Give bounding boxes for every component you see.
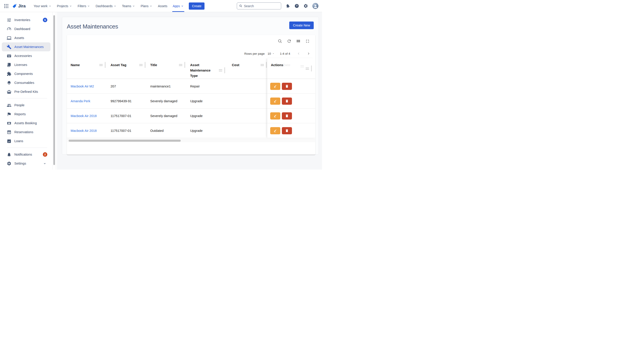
sidebar-item-people[interactable]: People — [0, 101, 52, 110]
row-edit-button[interactable] — [270, 127, 280, 134]
create-new-button[interactable]: Create New — [289, 22, 314, 29]
jira-logo[interactable]: Jira — [12, 4, 26, 8]
chevron-down-icon — [87, 4, 90, 8]
title-cell: maintenance1 — [150, 79, 171, 94]
sidebar-item-consumables[interactable]: Consumables — [0, 78, 52, 87]
column-resize-handle[interactable] — [306, 66, 312, 72]
row-edit-button[interactable] — [270, 98, 280, 105]
sidebar: Inventories 6 Dashboard Assets Asset Mai… — [0, 12, 57, 170]
nav-item-teams[interactable]: Teams — [119, 0, 138, 12]
user-avatar[interactable] — [312, 3, 318, 9]
nav-item-projects[interactable]: Projects — [54, 0, 75, 12]
sidebar-item-inventories[interactable]: Inventories 6 — [0, 16, 52, 24]
sidebar-scrollbar[interactable] — [52, 12, 56, 170]
global-search[interactable] — [237, 2, 281, 10]
asset-name-link[interactable]: Macbook Air 2018 — [71, 108, 97, 123]
actions-sticky-column: Date Actions — [267, 58, 315, 138]
row-delete-button[interactable] — [282, 98, 292, 105]
row-edit-button[interactable] — [270, 112, 280, 120]
sidebar-item-reservations[interactable]: Reservations — [0, 128, 52, 136]
nav-item-label: Dashboards — [96, 4, 112, 8]
flag-icon — [7, 112, 12, 116]
nav-item-your-work[interactable]: Your work — [31, 0, 54, 12]
edit-pencil-icon — [273, 114, 277, 118]
row-delete-button[interactable] — [282, 127, 292, 134]
column-divider — [184, 62, 185, 68]
table-toolbar — [277, 38, 310, 44]
edit-pencil-icon — [273, 129, 277, 132]
table-columns-button[interactable] — [296, 38, 301, 44]
row-delete-button[interactable] — [282, 83, 292, 90]
sidebar-item-dashboard[interactable]: Dashboard — [0, 24, 52, 34]
create-button[interactable]: Create — [189, 2, 204, 10]
nav-item-filters[interactable]: Filters — [75, 0, 93, 12]
asset-tag-cell: 992799439-91 — [110, 94, 132, 108]
settings-button[interactable] — [304, 4, 308, 8]
horizontal-scrollbar-thumb[interactable] — [68, 140, 181, 142]
nav-item-label: Your work — [34, 4, 48, 8]
column-divider — [145, 62, 146, 68]
license-icon — [7, 62, 12, 67]
row-actions — [267, 94, 315, 108]
chevron-down-icon — [149, 4, 152, 8]
help-button[interactable]: ? — [294, 4, 299, 8]
nav-item-apps[interactable]: Apps — [170, 0, 186, 12]
search-input[interactable] — [244, 4, 279, 8]
notifications-button[interactable] — [286, 4, 290, 8]
column-resize-handle[interactable] — [260, 62, 267, 68]
sidebar-item-components[interactable]: Components — [0, 69, 52, 78]
maintenance-type-cell: Upgrade — [190, 94, 203, 108]
nav-item-label: Plans — [140, 4, 148, 8]
chevron-down-icon — [132, 4, 135, 8]
column-resize-handle[interactable] — [179, 62, 185, 68]
nav-right-cluster: ? — [237, 2, 318, 10]
sidebar-item-asset-maintenances[interactable]: Asset Maintenances — [2, 42, 50, 51]
sidebar-scrollbar-thumb[interactable] — [53, 15, 55, 165]
table-fullscreen-button[interactable] — [305, 38, 310, 44]
table-horizontal-scrollbar[interactable] — [67, 139, 315, 142]
pagination-prev-button[interactable] — [296, 51, 301, 56]
sidebar-item-label: Asset Maintenances — [14, 45, 44, 49]
column-resize-handle[interactable] — [139, 62, 146, 68]
asset-name-link[interactable]: Macbook Air 2018 — [71, 123, 97, 138]
nav-item-label: Filters — [78, 4, 86, 8]
drag-grip-icon — [139, 64, 142, 66]
drag-grip-icon — [99, 64, 103, 66]
sidebar-item-notifications[interactable]: Notifications 2 — [0, 150, 52, 159]
row-edit-button[interactable] — [270, 83, 280, 90]
sidebar-item-settings[interactable]: Settings — [0, 159, 52, 168]
row-delete-button[interactable] — [282, 112, 292, 120]
table-refresh-button[interactable] — [286, 38, 292, 44]
title-cell: Outdated — [150, 123, 164, 138]
sidebar-item-accessories[interactable]: Accessories — [0, 51, 52, 60]
asset-name-link[interactable]: Amanda Perk — [71, 94, 90, 108]
sidebar-item-assets[interactable]: Assets — [0, 34, 52, 42]
gear-icon — [7, 161, 12, 166]
nav-item-plans[interactable]: Plans — [138, 0, 155, 12]
column-resize-handle[interactable] — [99, 62, 106, 68]
column-divider — [105, 62, 106, 68]
asset-name-link[interactable]: Macbook Air M2 — [71, 79, 94, 94]
drag-grip-icon — [300, 66, 304, 67]
sidebar-item-reports[interactable]: Reports — [0, 110, 52, 118]
maintenance-type-cell: Repair — [190, 79, 200, 94]
drag-grip-icon — [219, 70, 222, 71]
sidebar-item-assets-booking[interactable]: Assets Booking — [0, 118, 52, 128]
rows-per-page-select[interactable]: 10 — [268, 52, 275, 56]
nav-item-assets[interactable]: Assets — [155, 0, 170, 12]
laptop-icon — [7, 36, 12, 40]
pagination-next-button[interactable] — [306, 51, 311, 56]
nav-item-dashboards[interactable]: Dashboards — [93, 0, 119, 12]
sidebar-item-loans[interactable]: Loans — [0, 136, 52, 146]
drag-grip-icon — [306, 68, 309, 70]
sidebar-item-pre-defined-kits[interactable]: Pre-Defined Kits — [0, 87, 52, 96]
table-search-button[interactable] — [277, 38, 282, 44]
app-switcher-button[interactable] — [4, 3, 9, 9]
drag-grip-icon — [179, 64, 182, 66]
sidebar-item-label: Assets Booking — [14, 121, 37, 125]
bell-icon — [285, 3, 290, 9]
sidebar-item-licenses[interactable]: Licenses — [0, 60, 52, 69]
column-resize-handle[interactable] — [219, 67, 225, 73]
bell-icon — [7, 152, 12, 157]
trash-icon — [285, 114, 289, 118]
